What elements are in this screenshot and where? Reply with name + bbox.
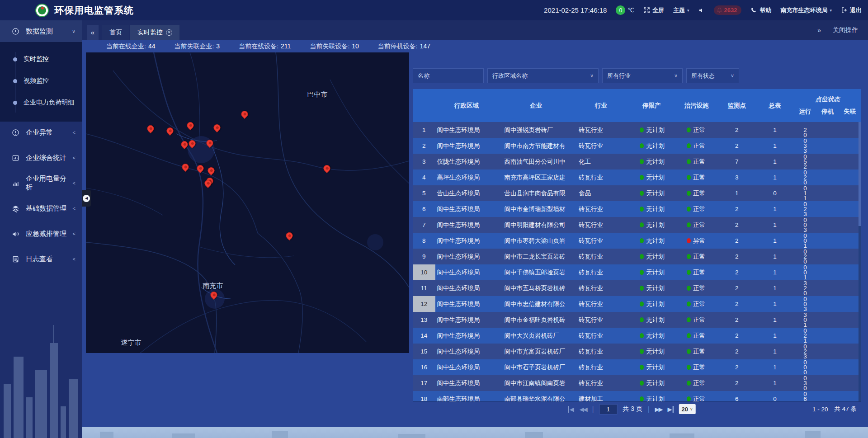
cell-pollution-treatment: 正常 [675, 142, 717, 150]
table-row[interactable]: 18南部生态环境局南部县瑞华水泥有限公建材加工无计划正常60060 [413, 391, 861, 401]
first-page-button[interactable]: ◀ [568, 406, 574, 413]
sidebar-item-日志查看[interactable]: 日志查看< [0, 248, 82, 270]
cell-industry: 砖瓦行业 [574, 348, 628, 356]
cell-stop-production: 无计划 [628, 395, 675, 402]
cell-region: 阆中生态环境局 [435, 300, 498, 308]
tab-首页[interactable]: 首页 [102, 25, 129, 40]
status-dot-icon [687, 333, 691, 338]
cell-company: 阆中市五马桥页岩机砖 [498, 284, 574, 292]
fullscreen-button[interactable]: 全屏 [643, 6, 664, 14]
temperature-badge: 0 [616, 5, 625, 15]
sidebar-item-应急减排管理[interactable]: 应急减排管理< [0, 223, 82, 245]
status-dot-icon [687, 301, 691, 306]
prev-page-button[interactable]: ◀◀ [580, 406, 587, 413]
map[interactable]: 巴中市南充市遂宁市 [86, 52, 409, 353]
theme-label: 主题 [673, 6, 685, 14]
cell-pollution-treatment: 正常 [675, 348, 717, 356]
status-dot-icon [687, 254, 691, 259]
sidebar-item-基础数据管理[interactable]: 基础数据管理< [0, 198, 82, 219]
status-dot-icon [687, 127, 691, 132]
cell-region: 阆中生态环境局 [435, 237, 498, 245]
status-dot-icon [640, 365, 644, 370]
cell-running: 0 [794, 290, 816, 297]
page-size-select[interactable]: 20 ∨ [679, 404, 696, 414]
status-dot-icon [640, 143, 644, 148]
theme-menu[interactable]: 主题 ▾ [673, 6, 689, 14]
cell-pollution-treatment: 正常 [675, 300, 717, 308]
chevron-down-icon: ▾ [830, 8, 832, 13]
sidebar-subitem-视频监控[interactable]: 视频监控 [0, 70, 82, 92]
next-page-button[interactable]: ▶▶ [655, 406, 662, 413]
status-dot-icon [687, 143, 691, 148]
cell-region: 阆中生态环境局 [435, 332, 498, 340]
skyline-watermark [0, 320, 82, 438]
region-filter-value: 行政区域名称 [492, 72, 528, 80]
col-total-meter: 总表 [756, 89, 794, 122]
tabs-scroll-right-button[interactable]: » [817, 27, 821, 34]
close-operations-button[interactable]: 关闭操作 [833, 26, 858, 34]
cell-industry: 砖瓦行业 [574, 142, 628, 150]
last-page-button[interactable]: ▶ [668, 406, 674, 413]
cell-row-number: 10 [413, 264, 435, 280]
sidebar-item-企业异常[interactable]: 企业异常< [0, 122, 82, 143]
cell-monitor-points: 2 [718, 269, 756, 276]
cell-region: 阆中生态环境局 [435, 268, 498, 277]
cell-industry: 砖瓦行业 [574, 205, 628, 213]
cell-company: 阆中强锐页岩砖厂 [498, 126, 574, 134]
layers-icon [12, 205, 19, 212]
tabs-scroll-left-button[interactable]: « [87, 25, 99, 40]
cell-row-number: 17 [413, 375, 435, 391]
cell-pollution-treatment: 正常 [675, 379, 717, 387]
cell-stop-production: 无计划 [628, 268, 675, 277]
sidebar-subitem-label: 企业电力负荷明细 [24, 99, 74, 106]
main-content: 当前在线企业:44当前失联企业:3当前在线设备:211当前失联设备:10当前停机… [82, 40, 868, 438]
status-filter-select[interactable]: 所有状态 ∨ [686, 68, 739, 83]
cell-monitor-points: 6 [718, 396, 756, 401]
status-dot-icon [687, 365, 691, 370]
page-number-input[interactable]: 1 [599, 404, 617, 414]
cell-company: 阆中市忠信建材有限公 [498, 300, 574, 308]
sidebar-subitem-实时监控[interactable]: 实时监控 [0, 48, 82, 70]
status-dot-icon [640, 159, 644, 164]
status-dot-icon [640, 254, 644, 259]
cell-company: 西南油气田分公司川中 [498, 158, 574, 166]
notification-badge[interactable]: 2632 [714, 5, 742, 15]
map-collapse-button[interactable]: ◀ [82, 190, 91, 207]
logout-button[interactable]: 退出 [841, 6, 862, 14]
cell-stopped: 6 [794, 396, 816, 401]
map-roads [86, 52, 409, 353]
cell-stop-production: 无计划 [628, 332, 675, 340]
speaker-icon [698, 7, 705, 14]
cell-stop-production: 无计划 [628, 158, 675, 166]
stats-icon [12, 154, 19, 162]
cell-region: 阆中生态环境局 [435, 316, 498, 324]
help-button[interactable]: 帮助 [750, 6, 771, 14]
cell-stop-production: 无计划 [628, 142, 675, 150]
cell-monitor-points: 2 [718, 237, 756, 244]
sidebar-item-企业用电量分析[interactable]: 企业用电量分析< [0, 172, 82, 194]
total-pages-label: 共 3 页 [623, 405, 642, 413]
app-title: 环保用电监管系统 [54, 4, 134, 17]
cell-company: 阆中大兴页岩机砖厂 [498, 332, 574, 340]
table-scrollbar[interactable] [859, 122, 861, 401]
cell-region: 阆中生态环境局 [435, 142, 498, 150]
cell-row-number: 15 [413, 344, 435, 359]
region-filter-select[interactable]: 行政区域名称 ∨ [487, 68, 599, 83]
org-user-menu[interactable]: 南充市生态环境局 ▾ [780, 6, 832, 14]
sidebar-item-数据监测[interactable]: 数据监测∨ [0, 20, 82, 42]
stat-label: 当前失联企业: [174, 42, 214, 50]
industry-filter-select[interactable]: 所有行业 ∨ [602, 68, 683, 83]
tab-实时监控[interactable]: 实时监控✕ [130, 25, 179, 40]
col-stopped: 停机 [816, 108, 839, 116]
sidebar-subitem-企业电力负荷明细[interactable]: 企业电力负荷明细 [0, 92, 82, 113]
cell-monitor-points: 3 [718, 174, 756, 181]
tab-close-icon[interactable]: ✕ [166, 29, 172, 36]
stat-item: 当前失联企业:3 [174, 42, 220, 51]
app-logo-icon [35, 4, 49, 17]
cell-total-meter: 1 [756, 158, 794, 165]
cell-industry: 砖瓦行业 [574, 316, 628, 324]
speaker-mute-button[interactable] [698, 7, 705, 14]
sidebar-item-企业综合统计[interactable]: 企业综合统计< [0, 147, 82, 169]
name-filter-input[interactable] [413, 68, 484, 83]
cell-monitor-points: 2 [718, 253, 756, 260]
